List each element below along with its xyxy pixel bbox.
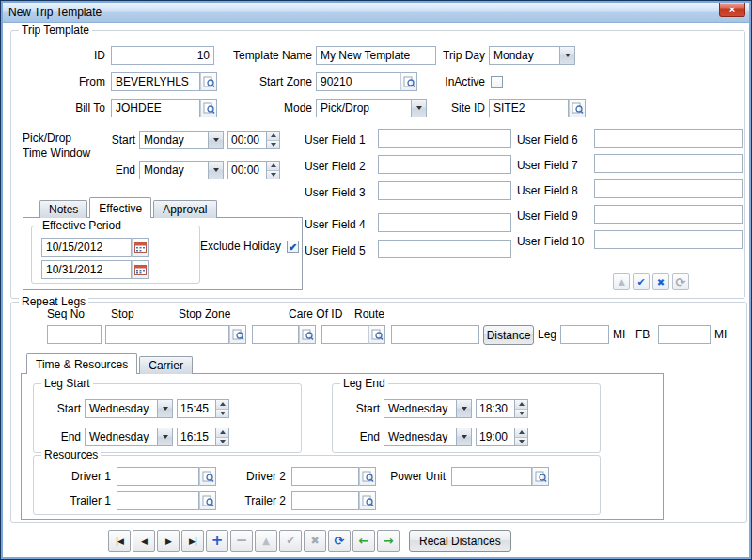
site-id-field[interactable] bbox=[489, 99, 569, 117]
seq-no-field[interactable] bbox=[47, 325, 102, 344]
leg-end-start-day-select[interactable]: Wednesday bbox=[384, 399, 472, 418]
user-field-10-input[interactable] bbox=[594, 230, 743, 249]
nav-edit-button[interactable]: ▲ bbox=[255, 530, 277, 552]
spin-down-icon[interactable] bbox=[216, 410, 228, 418]
trip-day-select[interactable]: Monday bbox=[489, 46, 575, 65]
tab-carrier[interactable]: Carrier bbox=[139, 356, 193, 374]
nav-next-button[interactable]: ▶ bbox=[157, 530, 180, 552]
nav-cancel-button[interactable]: ✖ bbox=[304, 530, 326, 552]
user-field-8-input[interactable] bbox=[594, 179, 743, 198]
spin-up-icon[interactable] bbox=[216, 428, 228, 438]
trailer1-field[interactable] bbox=[117, 491, 199, 510]
spin-up-icon[interactable] bbox=[216, 400, 228, 410]
driver1-lookup-button[interactable] bbox=[199, 467, 216, 486]
tab-notes[interactable]: Notes bbox=[39, 200, 87, 218]
nav-post-button[interactable]: ✔ bbox=[279, 530, 302, 552]
leg-end-end-time-spinner[interactable]: 19:00 bbox=[476, 428, 528, 446]
driver2-lookup-button[interactable] bbox=[359, 467, 376, 486]
chevron-down-icon[interactable] bbox=[208, 162, 223, 179]
spin-up-icon[interactable] bbox=[515, 428, 527, 438]
detail-cancel-button[interactable]: ✖ bbox=[652, 273, 669, 290]
exclude-holiday-checkbox[interactable]: ✔ bbox=[287, 241, 299, 253]
stop-field[interactable] bbox=[105, 325, 229, 344]
stop-zone-lookup-button[interactable] bbox=[299, 325, 316, 344]
chevron-down-icon[interactable] bbox=[559, 47, 574, 64]
user-field-1-input[interactable] bbox=[378, 129, 511, 148]
power-unit-field[interactable] bbox=[451, 467, 532, 486]
close-button[interactable]: × bbox=[719, 3, 745, 17]
user-field-2-input[interactable] bbox=[378, 155, 511, 174]
leg-start-start-time-spinner[interactable]: 15:45 bbox=[177, 399, 229, 418]
tab-effective[interactable]: Effective bbox=[89, 197, 151, 218]
tw-start-time-spinner[interactable]: 00:00 bbox=[227, 131, 280, 149]
leg-end-start-time-spinner[interactable]: 18:30 bbox=[476, 399, 528, 418]
user-field-5-input[interactable] bbox=[378, 240, 511, 258]
care-of-id-field[interactable] bbox=[321, 325, 368, 344]
spin-down-icon[interactable] bbox=[216, 438, 228, 446]
tw-end-day-select[interactable]: Monday bbox=[139, 161, 224, 179]
leg-start-end-day-select[interactable]: Wednesday bbox=[85, 428, 173, 446]
driver2-field[interactable] bbox=[291, 467, 359, 486]
detail-refresh-button[interactable]: ⟳ bbox=[672, 273, 689, 290]
stop-lookup-button[interactable] bbox=[229, 325, 246, 344]
chevron-down-icon[interactable] bbox=[208, 132, 223, 148]
user-field-4-input[interactable] bbox=[378, 213, 511, 232]
tab-time-resources[interactable]: Time & Resources bbox=[26, 353, 137, 374]
route-field[interactable] bbox=[391, 325, 479, 344]
from-field[interactable] bbox=[111, 72, 200, 91]
nav-delete-button[interactable]: − bbox=[230, 530, 253, 552]
titlebar[interactable]: New Trip Template × bbox=[3, 3, 749, 23]
chevron-down-icon[interactable] bbox=[157, 400, 172, 417]
tw-end-time-spinner[interactable]: 00:00 bbox=[227, 161, 280, 179]
user-field-7-input[interactable] bbox=[594, 154, 743, 173]
bill-to-lookup-button[interactable] bbox=[200, 99, 217, 117]
effective-start-date-field[interactable] bbox=[41, 238, 132, 257]
detail-post-button[interactable]: ✔ bbox=[633, 273, 650, 290]
chevron-down-icon[interactable] bbox=[157, 428, 172, 445]
effective-end-calendar-button[interactable] bbox=[132, 260, 149, 279]
leg-field[interactable] bbox=[560, 325, 609, 344]
spin-down-icon[interactable] bbox=[267, 141, 279, 149]
mode-select[interactable]: Pick/Drop bbox=[316, 99, 427, 117]
detail-edit-button[interactable]: ▲ bbox=[613, 273, 630, 290]
trailer2-field[interactable] bbox=[291, 491, 359, 510]
trailer2-lookup-button[interactable] bbox=[359, 491, 376, 510]
user-field-6-input[interactable] bbox=[594, 129, 743, 148]
distance-button[interactable]: Distance bbox=[483, 325, 534, 345]
nav-prev-button[interactable]: ◀ bbox=[133, 530, 155, 552]
recal-distances-button[interactable]: Recal Distances bbox=[409, 530, 511, 552]
nav-refresh-button[interactable]: ⟳ bbox=[328, 530, 351, 552]
spin-up-icon[interactable] bbox=[267, 132, 279, 141]
stop-zone-field[interactable] bbox=[252, 325, 299, 344]
tab-approval[interactable]: Approval bbox=[153, 200, 216, 218]
nav-first-button[interactable]: |◀ bbox=[108, 530, 131, 552]
nav-forward-button[interactable]: → bbox=[377, 530, 400, 552]
chevron-down-icon[interactable] bbox=[456, 428, 471, 445]
leg-end-end-day-select[interactable]: Wednesday bbox=[384, 428, 472, 446]
nav-back-button[interactable]: ← bbox=[352, 530, 375, 552]
care-of-id-lookup-button[interactable] bbox=[368, 325, 385, 344]
fb-field[interactable] bbox=[658, 325, 711, 344]
leg-start-start-day-select[interactable]: Wednesday bbox=[85, 399, 173, 418]
start-zone-field[interactable] bbox=[316, 72, 400, 91]
user-field-9-input[interactable] bbox=[594, 205, 743, 224]
power-unit-lookup-button[interactable] bbox=[532, 467, 549, 486]
spin-down-icon[interactable] bbox=[515, 438, 527, 446]
nav-insert-button[interactable]: + bbox=[206, 530, 228, 552]
tw-start-day-select[interactable]: Monday bbox=[139, 131, 224, 149]
spin-up-icon[interactable] bbox=[267, 162, 279, 171]
chevron-down-icon[interactable] bbox=[456, 400, 471, 417]
template-name-field[interactable] bbox=[316, 46, 436, 65]
site-id-lookup-button[interactable] bbox=[569, 99, 586, 117]
inactive-checkbox[interactable] bbox=[491, 76, 503, 88]
spin-down-icon[interactable] bbox=[515, 410, 527, 418]
effective-end-date-field[interactable] bbox=[41, 260, 132, 279]
bill-to-field[interactable] bbox=[111, 99, 200, 117]
driver1-field[interactable] bbox=[117, 467, 199, 486]
leg-start-end-time-spinner[interactable]: 16:15 bbox=[177, 428, 229, 446]
id-field[interactable] bbox=[111, 46, 214, 65]
trailer1-lookup-button[interactable] bbox=[199, 491, 216, 510]
nav-last-button[interactable]: ▶| bbox=[181, 530, 204, 552]
user-field-3-input[interactable] bbox=[378, 181, 511, 200]
start-zone-lookup-button[interactable] bbox=[400, 72, 417, 91]
